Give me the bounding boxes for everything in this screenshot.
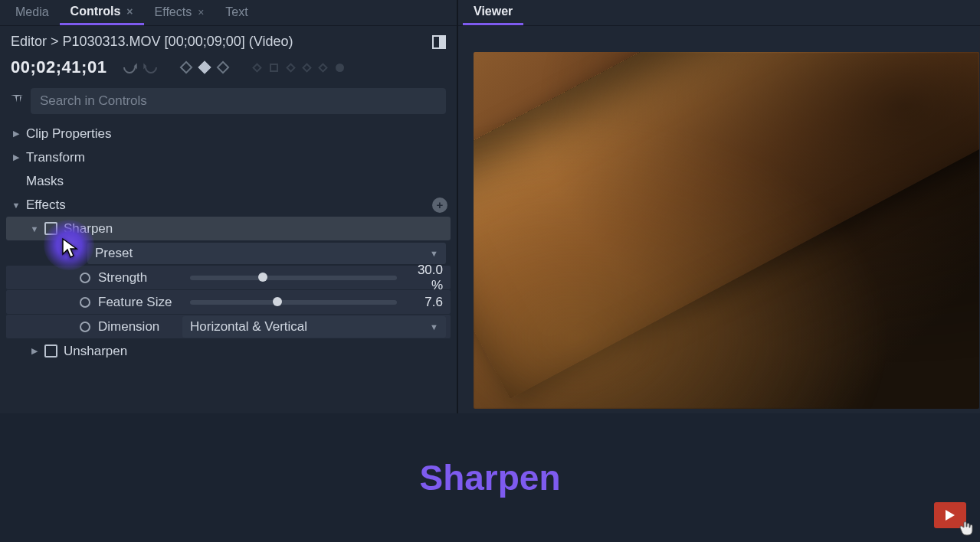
- group-clip-properties[interactable]: Clip Properties: [6, 122, 451, 145]
- param-value[interactable]: 30.0 %: [405, 263, 451, 293]
- keyframe-add-icon[interactable]: [198, 61, 211, 74]
- filter-icon[interactable]: [11, 95, 23, 107]
- param-label: Dimension: [98, 319, 182, 335]
- redo-icon[interactable]: [143, 59, 160, 77]
- dimension-select[interactable]: Horizontal & Vertical▼: [182, 316, 446, 338]
- preset-select[interactable]: Preset▼: [87, 243, 446, 264]
- effect-label: Unsharpen: [64, 344, 451, 359]
- group-masks[interactable]: Masks: [6, 169, 451, 193]
- keyframe-prev-icon[interactable]: [180, 61, 193, 74]
- param-feature-size: Feature Size 7.6: [6, 290, 451, 314]
- add-effect-button[interactable]: +: [432, 198, 447, 213]
- tab-text[interactable]: Text: [215, 0, 258, 25]
- tab-effects[interactable]: Effects×: [144, 0, 215, 25]
- param-preset: Preset▼: [6, 242, 451, 265]
- controls-tree: Clip Properties Transform Masks Effects+…: [0, 122, 457, 363]
- tab-controls[interactable]: Controls×: [60, 0, 144, 25]
- chevron-right-icon: [11, 152, 21, 162]
- effect-sharpen-row[interactable]: Sharpen: [6, 217, 451, 240]
- search-input[interactable]: [31, 88, 446, 114]
- param-strength: Strength 30.0 %: [6, 266, 451, 289]
- undo-icon[interactable]: [121, 59, 139, 77]
- marker-prev-icon[interactable]: [253, 63, 263, 73]
- param-label: Feature Size: [98, 295, 182, 310]
- chevron-down-icon: ▼: [430, 322, 438, 331]
- caption-bar: Sharpen: [0, 413, 980, 542]
- tab-label: Media: [15, 5, 49, 19]
- tab-label: Text: [225, 5, 247, 19]
- breadcrumb: Editor > P1030313.MOV [00;00;09;00] (Vid…: [11, 34, 293, 50]
- tab-viewer[interactable]: Viewer: [463, 0, 523, 25]
- right-tab-bar: Viewer: [458, 0, 980, 26]
- viewer-panel: Viewer: [458, 0, 980, 413]
- effect-label: Sharpen: [64, 221, 451, 237]
- tab-label: Viewer: [474, 5, 513, 18]
- viewer-canvas[interactable]: [474, 52, 979, 409]
- keyframe-next-icon[interactable]: [217, 61, 230, 74]
- chevron-down-icon: ▼: [430, 249, 438, 258]
- transport-row: 00;02;41;01: [0, 53, 457, 87]
- param-label: Strength: [98, 270, 182, 286]
- param-value[interactable]: 7.6: [405, 295, 451, 310]
- marker-stop-icon[interactable]: [270, 64, 278, 72]
- feature-slider[interactable]: [190, 300, 397, 305]
- tab-label: Controls: [70, 5, 121, 18]
- keyframe-toggle[interactable]: [80, 273, 90, 283]
- enable-checkbox[interactable]: [44, 344, 57, 358]
- strength-slider[interactable]: [190, 276, 397, 280]
- hand-cursor-icon: [957, 519, 975, 537]
- chevron-down-icon: [11, 201, 21, 210]
- timecode-display[interactable]: 00;02;41;01: [11, 57, 107, 77]
- chevron-right-icon: [29, 346, 40, 356]
- marker-b-icon[interactable]: [303, 63, 313, 73]
- keyframe-toggle[interactable]: [80, 322, 90, 332]
- caption-title: Sharpen: [419, 457, 560, 498]
- record-icon[interactable]: [336, 64, 344, 72]
- left-tab-bar: Media Controls× Effects× Text: [0, 0, 457, 26]
- compare-icon[interactable]: [432, 35, 446, 49]
- marker-c-icon[interactable]: [319, 63, 329, 73]
- viewer-body: [458, 26, 980, 413]
- param-dimension: Dimension Horizontal & Vertical▼: [6, 315, 451, 338]
- controls-panel: Media Controls× Effects× Text Editor > P…: [0, 0, 458, 413]
- tab-label: Effects: [155, 5, 192, 19]
- tab-media[interactable]: Media: [5, 0, 60, 25]
- enable-checkbox[interactable]: [44, 222, 57, 235]
- group-effects[interactable]: Effects+: [6, 193, 451, 217]
- chevron-down-icon: [29, 224, 40, 233]
- play-icon: [946, 510, 955, 521]
- keyframe-toggle[interactable]: [80, 297, 90, 308]
- close-icon[interactable]: ×: [126, 5, 133, 18]
- close-icon[interactable]: ×: [198, 6, 204, 18]
- group-transform[interactable]: Transform: [6, 145, 451, 169]
- marker-a-icon[interactable]: [287, 63, 297, 73]
- chevron-right-icon: [11, 129, 21, 139]
- effect-unsharpen-row[interactable]: Unsharpen: [6, 339, 451, 363]
